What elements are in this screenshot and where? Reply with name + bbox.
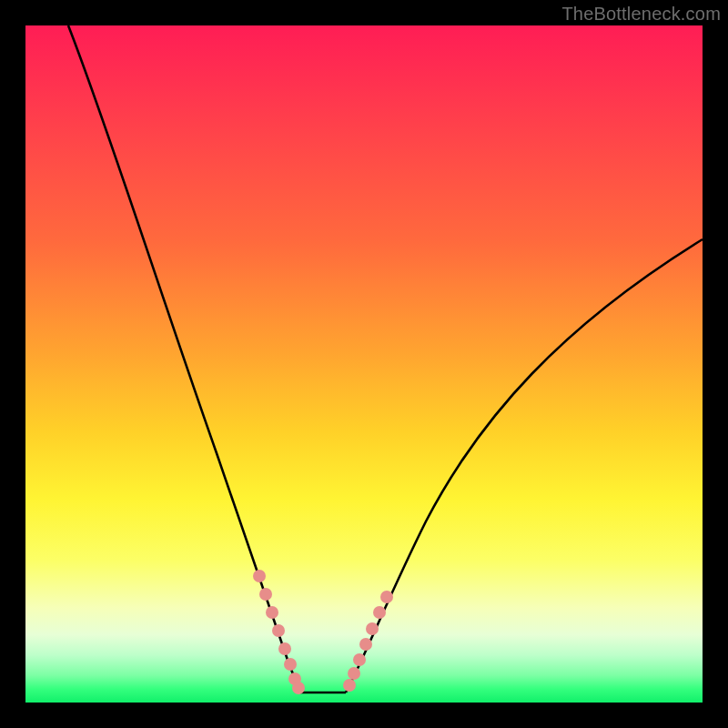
svg-point-2 [266,606,278,619]
svg-point-7 [292,682,305,694]
svg-point-11 [359,638,372,651]
curve-right-branch [346,239,703,693]
svg-point-9 [348,667,360,680]
svg-point-8 [343,679,356,692]
svg-point-12 [366,622,379,635]
chart-container: TheBottleneck.com [0,0,728,728]
svg-point-14 [380,591,393,603]
svg-point-4 [278,642,291,655]
plot-area [25,25,703,703]
curve-layer [25,25,703,703]
svg-point-5 [284,658,297,671]
marker-group-left [253,570,305,694]
svg-point-1 [259,588,272,601]
watermark-label: TheBottleneck.com [561,4,721,25]
svg-point-3 [272,624,285,637]
svg-point-10 [353,653,366,666]
svg-point-0 [253,570,266,582]
svg-point-13 [373,606,386,619]
